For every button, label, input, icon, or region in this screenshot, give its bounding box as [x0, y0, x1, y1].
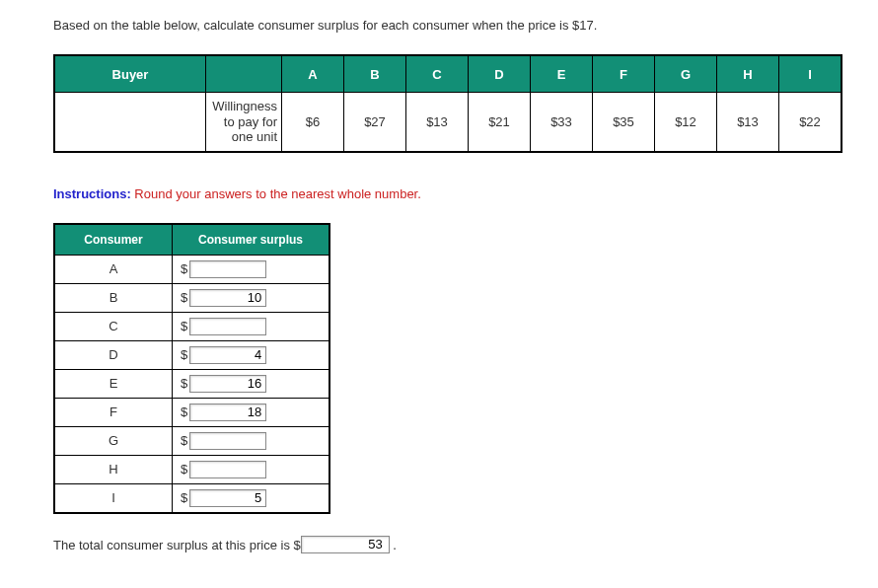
wtp-cell: $12	[655, 93, 717, 152]
surplus-cell: $	[173, 455, 330, 483]
table-row: C $	[54, 312, 329, 340]
wtp-row-label: Willingness to pay for one unit	[206, 93, 282, 152]
surplus-cell: $	[173, 426, 330, 455]
surplus-header-surplus: Consumer surplus	[173, 224, 330, 256]
table-row: G $	[54, 426, 329, 455]
consumer-cell: D	[54, 340, 173, 369]
wtp-header-buyer: Buyer	[54, 55, 206, 93]
surplus-cell: $	[173, 340, 330, 369]
consumer-cell: I	[54, 483, 173, 513]
surplus-header-consumer: Consumer	[54, 224, 173, 256]
table-row: B $	[54, 283, 329, 312]
surplus-cell: $	[173, 398, 330, 426]
wtp-cell: $21	[469, 93, 531, 152]
wtp-header-B: B	[344, 55, 406, 93]
wtp-cell: $22	[779, 93, 842, 152]
dollar-sign: $	[181, 376, 187, 391]
wtp-header-blank	[206, 55, 282, 93]
wtp-header-I: I	[779, 55, 842, 93]
surplus-cell: $	[173, 483, 330, 513]
wtp-cell: $13	[406, 93, 469, 152]
wtp-header-C: C	[406, 55, 469, 93]
wtp-header-E: E	[531, 55, 593, 93]
dollar-sign: $	[181, 319, 187, 333]
dollar-sign: $	[181, 433, 187, 448]
instructions-label: Instructions:	[53, 186, 131, 201]
surplus-input-E[interactable]	[189, 375, 266, 393]
dollar-sign: $	[181, 347, 187, 362]
wtp-cell: $13	[717, 93, 779, 152]
consumer-cell: G	[54, 426, 173, 455]
table-row: F $	[54, 398, 329, 426]
wtp-header-G: G	[655, 55, 717, 93]
surplus-input-C[interactable]	[189, 318, 266, 335]
table-row: A $	[54, 255, 329, 283]
total-prefix: The total consumer surplus at this price…	[53, 537, 301, 551]
table-row: I $	[54, 483, 329, 513]
surplus-input-D[interactable]	[189, 346, 266, 364]
total-suffix: .	[393, 537, 397, 551]
wtp-header-A: A	[282, 55, 344, 93]
instructions: Instructions: Round your answers to the …	[53, 186, 878, 201]
surplus-cell: $	[173, 283, 330, 312]
consumer-cell: F	[54, 398, 173, 426]
dollar-sign: $	[181, 462, 187, 477]
question-text: Based on the table below, calculate cons…	[53, 18, 878, 33]
surplus-table: Consumer Consumer surplus A $ B $ C $ D …	[53, 223, 330, 514]
wtp-cell: $27	[344, 93, 406, 152]
surplus-cell: $	[173, 255, 330, 283]
surplus-input-A[interactable]	[189, 260, 266, 278]
willingness-table: Buyer A B C D E F G H I Willingness to p…	[53, 54, 842, 153]
consumer-cell: H	[54, 455, 173, 483]
surplus-cell: $	[173, 312, 330, 340]
dollar-sign: $	[181, 290, 187, 305]
wtp-row-blank	[54, 93, 206, 152]
wtp-cell: $35	[593, 93, 655, 152]
surplus-input-F[interactable]	[189, 404, 266, 421]
surplus-input-H[interactable]	[189, 461, 266, 478]
wtp-header-H: H	[717, 55, 779, 93]
total-line: The total consumer surplus at this price…	[53, 536, 878, 553]
consumer-cell: C	[54, 312, 173, 340]
consumer-cell: A	[54, 255, 173, 283]
wtp-header-D: D	[469, 55, 531, 93]
total-input[interactable]	[301, 536, 390, 553]
table-row: E $	[54, 369, 329, 398]
dollar-sign: $	[181, 404, 187, 419]
wtp-cell: $6	[282, 93, 344, 152]
surplus-input-G[interactable]	[189, 432, 266, 450]
instructions-text: Round your answers to the nearest whole …	[131, 186, 421, 201]
consumer-cell: E	[54, 369, 173, 398]
wtp-cell: $33	[531, 93, 593, 152]
surplus-cell: $	[173, 369, 330, 398]
consumer-cell: B	[54, 283, 173, 312]
surplus-input-B[interactable]	[189, 289, 266, 307]
table-row: D $	[54, 340, 329, 369]
wtp-header-F: F	[593, 55, 655, 93]
table-row: H $	[54, 455, 329, 483]
dollar-sign: $	[181, 261, 187, 276]
dollar-sign: $	[181, 490, 187, 505]
surplus-input-I[interactable]	[189, 489, 266, 507]
